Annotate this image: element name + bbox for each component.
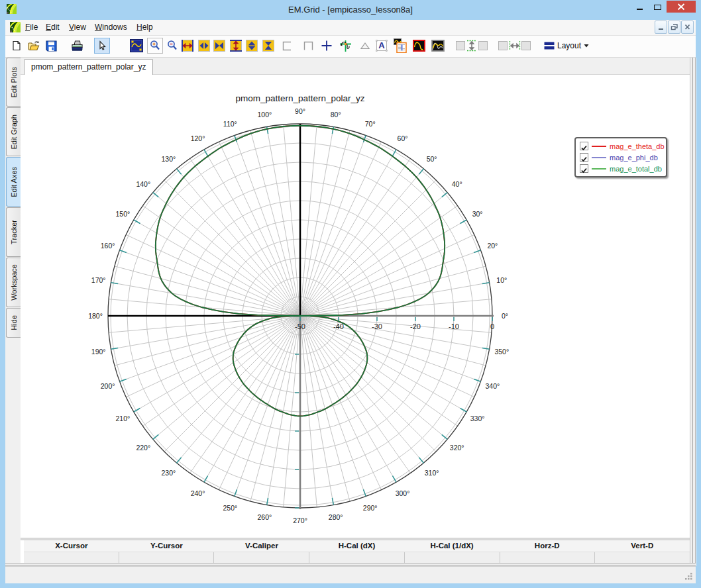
legend-checkbox[interactable]	[580, 153, 588, 162]
minimize-button[interactable]	[629, 0, 649, 13]
zoom-out-icon	[166, 40, 178, 52]
tracker-value-row	[24, 552, 690, 564]
tracker-marker-button[interactable]	[337, 38, 353, 54]
angle-label: 170°	[91, 276, 106, 284]
tracker-col-value	[309, 552, 405, 563]
corner-top-button[interactable]	[300, 38, 316, 54]
tracker-col-header: V-Caliper	[214, 540, 309, 552]
toolbar: ALayout	[5, 36, 696, 58]
legend-checkbox[interactable]	[580, 142, 588, 150]
resize-grip[interactable]	[685, 573, 694, 582]
document-logo-icon[interactable]	[10, 22, 21, 32]
svg-text:A: A	[378, 40, 385, 50]
print-button[interactable]	[69, 38, 85, 54]
angle-label: 160°	[101, 242, 115, 250]
sidebar-tab-workspace[interactable]: Workspace	[6, 258, 21, 307]
document-tab-bar: pmom_pattern_pattern_polar_yz	[21, 58, 690, 75]
status-bar	[5, 566, 696, 583]
chart-title: pmom_pattern_pattern_polar_yz	[235, 93, 364, 103]
sidebar-tab-edit-plots[interactable]: Edit Plots	[6, 58, 21, 107]
bowtie-y-button[interactable]	[260, 38, 276, 54]
arrows-out-x-button[interactable]	[196, 38, 212, 54]
mdi-window-buttons	[655, 21, 694, 34]
minimize-icon	[637, 9, 643, 10]
layout-icon	[544, 41, 555, 50]
legend-line-sample	[592, 157, 606, 158]
graph-red-button[interactable]	[411, 38, 427, 54]
print-icon	[72, 40, 83, 52]
expand-y-button[interactable]	[228, 38, 244, 54]
angle-label: 30°	[472, 210, 483, 218]
square-right-h-icon	[521, 41, 531, 50]
legend-checkbox[interactable]	[580, 164, 588, 173]
close-button[interactable]	[667, 1, 696, 13]
triangle-button[interactable]	[357, 38, 373, 54]
tracker-col-value	[24, 552, 119, 563]
angle-label: 270°	[293, 516, 307, 524]
square-right-v-button[interactable]	[475, 38, 491, 54]
mdi-close-button[interactable]	[681, 21, 694, 34]
angle-label: 200°	[101, 382, 115, 390]
tracker-col-header: X-Cursor	[24, 540, 119, 552]
angle-label: 80°	[331, 111, 341, 119]
tracker-col-value	[595, 552, 690, 563]
menu-view[interactable]: View	[64, 20, 91, 35]
angle-label: 130°	[162, 155, 176, 163]
bowtie-x-button[interactable]	[211, 38, 227, 54]
corner-bottom-button[interactable]	[279, 38, 295, 54]
sidebar-tab-label: Tracker	[10, 220, 18, 244]
window-title: EM.Grid - [empicasso_lesson8a]	[0, 5, 701, 15]
expand-x-button[interactable]	[180, 38, 195, 54]
title-bar: EM.Grid - [empicasso_lesson8a]	[0, 0, 701, 20]
open-file-button[interactable]	[26, 38, 42, 54]
crosshair-button[interactable]	[319, 38, 335, 54]
sidebar-tab-hide[interactable]: Hide	[6, 308, 21, 338]
tracker-table: X-CursorY-CursorV-CaliperH-Cal (dX)H-Cal…	[24, 538, 690, 564]
plot-area: pmom_pattern_pattern_polar_yz-50-40-30-2…	[21, 75, 690, 538]
arrows-out-y-button[interactable]	[244, 38, 260, 54]
dropdown-caret-icon	[584, 44, 589, 48]
mdi-minimize-button[interactable]	[655, 21, 667, 34]
sidebar-tab-label: Edit Plots	[10, 67, 18, 97]
text-annotation-button[interactable]: A	[374, 38, 390, 54]
mdi-restore-button[interactable]	[668, 21, 680, 34]
angle-label: 330°	[470, 415, 485, 422]
sidebar-tab-edit-axes[interactable]: Edit Axes	[6, 157, 21, 207]
sidebar-tab-edit-graph[interactable]: Edit Graph	[6, 107, 21, 156]
zoom-out-button[interactable]	[164, 38, 180, 54]
angle-label: 150°	[116, 210, 131, 218]
save-file-button[interactable]	[43, 38, 59, 54]
chart-legend: mag_e_theta_dbmag_e_phi_dbmag_e_total_db	[574, 137, 667, 177]
angle-label: 350°	[494, 348, 509, 356]
layout-label: Layout	[557, 41, 581, 50]
graph-dark-button[interactable]	[430, 38, 446, 54]
angle-label: 20°	[487, 242, 498, 250]
select-cursor-button[interactable]	[94, 38, 110, 54]
plot-with-legend-button[interactable]	[392, 38, 408, 54]
legend-row: mag_e_theta_db	[576, 140, 666, 152]
radial-tick-label: -10	[449, 322, 459, 330]
menu-windows[interactable]: Windows	[89, 20, 133, 35]
angle-label: 70°	[365, 120, 376, 128]
arrows-out-y-icon	[246, 40, 258, 52]
layout-button[interactable]: Layout	[544, 38, 589, 54]
fit-view-button[interactable]	[129, 38, 144, 54]
check-icon	[580, 156, 588, 163]
save-file-icon	[46, 40, 57, 52]
menu-edit[interactable]: Edit	[40, 20, 65, 35]
legend-label: mag_e_phi_db	[610, 154, 658, 162]
zoom-in-button[interactable]	[147, 38, 163, 54]
new-file-button[interactable]	[9, 38, 25, 54]
legend-line-sample	[592, 168, 606, 170]
maximize-button[interactable]	[650, 0, 666, 13]
triangle-icon	[359, 40, 371, 52]
sidebar-tab-tracker[interactable]: Tracker	[6, 207, 21, 257]
menu-help[interactable]: Help	[131, 20, 158, 35]
document-tab[interactable]: pmom_pattern_pattern_polar_yz	[24, 59, 153, 75]
square-right-h-button[interactable]	[518, 38, 534, 54]
tracker-col-header: H-Cal (1/dX)	[404, 540, 500, 552]
arrows-out-x-icon	[198, 40, 210, 52]
document-window: pmom_pattern_pattern_polar_yz pmom_patte…	[21, 58, 690, 566]
legend-row: mag_e_total_db	[576, 163, 666, 174]
tracker-col-header: Horz-D	[500, 540, 595, 552]
